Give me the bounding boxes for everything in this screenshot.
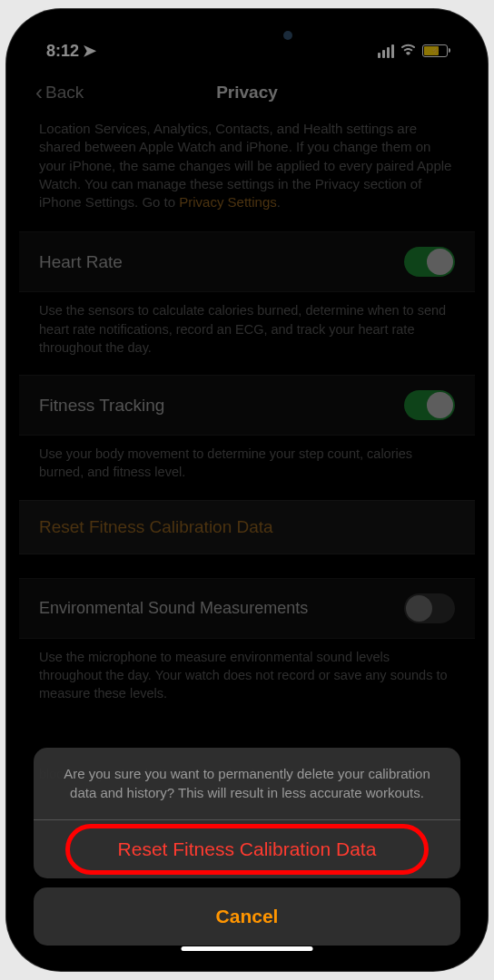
content-area: Location Services, Analytics, Contacts, … bbox=[19, 120, 475, 781]
env-sound-row[interactable]: Environmental Sound Measurements bbox=[19, 578, 475, 639]
phone-screen: 8:12 ➤ ⚡ ‹ bbox=[19, 22, 475, 958]
nav-header: ‹ Back Privacy bbox=[19, 69, 475, 120]
back-label: Back bbox=[45, 83, 84, 103]
fitness-tracking-desc: Use your body movement to determine your… bbox=[19, 436, 475, 500]
reset-calibration-button[interactable]: Reset Fitness Calibration Data bbox=[34, 820, 460, 878]
home-indicator[interactable] bbox=[182, 946, 313, 951]
notch bbox=[152, 22, 342, 51]
reset-calibration-row[interactable]: Reset Fitness Calibration Data bbox=[19, 500, 475, 554]
fitness-tracking-row[interactable]: Fitness Tracking bbox=[19, 375, 475, 436]
back-button[interactable]: ‹ Back bbox=[35, 82, 84, 103]
page-title: Privacy bbox=[216, 83, 278, 103]
heart-rate-desc: Use the sensors to calculate calories bu… bbox=[19, 292, 475, 375]
env-sound-toggle[interactable] bbox=[404, 593, 455, 623]
action-sheet: Are you sure you want to permanently del… bbox=[34, 748, 460, 946]
status-time: 8:12 bbox=[46, 42, 79, 61]
privacy-settings-link[interactable]: Privacy Settings bbox=[179, 194, 277, 210]
signal-icon bbox=[378, 44, 394, 58]
heart-rate-label: Heart Rate bbox=[39, 252, 123, 272]
chevron-left-icon: ‹ bbox=[35, 82, 43, 103]
fitness-tracking-toggle[interactable] bbox=[404, 390, 455, 420]
fitness-tracking-label: Fitness Tracking bbox=[39, 396, 164, 416]
phone-frame: 8:12 ➤ ⚡ ‹ bbox=[6, 9, 488, 971]
wifi-icon bbox=[400, 42, 417, 60]
heart-rate-row[interactable]: Heart Rate bbox=[19, 231, 475, 292]
env-sound-label: Environmental Sound Measurements bbox=[39, 599, 308, 618]
cancel-button[interactable]: Cancel bbox=[34, 887, 460, 946]
location-arrow-icon: ➤ bbox=[83, 41, 96, 61]
intro-text: Location Services, Analytics, Contacts, … bbox=[19, 120, 475, 231]
heart-rate-toggle[interactable] bbox=[404, 247, 455, 277]
env-sound-desc: Use the microphone to measure environmen… bbox=[19, 639, 475, 721]
battery-icon: ⚡ bbox=[422, 44, 448, 57]
sheet-message: Are you sure you want to permanently del… bbox=[34, 748, 460, 821]
